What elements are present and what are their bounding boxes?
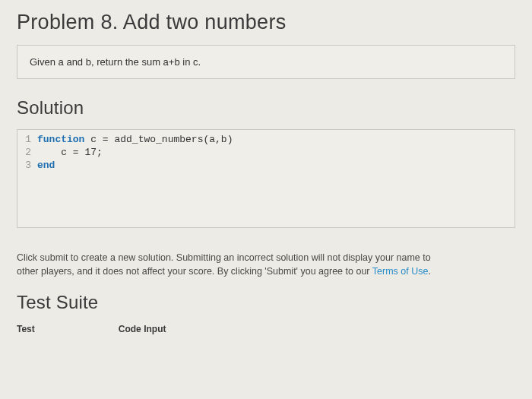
test-suite-heading: Test Suite [17, 292, 515, 313]
test-col-header: Test [17, 324, 35, 334]
solution-heading: Solution [17, 97, 515, 119]
code-input-col-header: Code Input [119, 324, 166, 334]
problem-statement: Given a and b, return the sum a+b in c. [17, 45, 515, 79]
terms-of-use-link[interactable]: Terms of Use [372, 266, 429, 277]
code-line: 2 c = 17; [17, 146, 515, 159]
code-line: 3 end [17, 159, 515, 172]
line-number: 2 [17, 146, 37, 159]
line-number: 3 [17, 159, 37, 172]
line-number: 1 [17, 133, 37, 146]
code-line: 1 function c = add_two_numbers(a,b) [17, 133, 515, 146]
test-suite-header-row: Test Code Input [17, 324, 515, 334]
code-editor[interactable]: 1 function c = add_two_numbers(a,b) 2 c … [17, 129, 515, 228]
submit-note: Click submit to create a new solution. S… [17, 251, 450, 278]
page-title: Problem 8. Add two numbers [17, 11, 515, 34]
